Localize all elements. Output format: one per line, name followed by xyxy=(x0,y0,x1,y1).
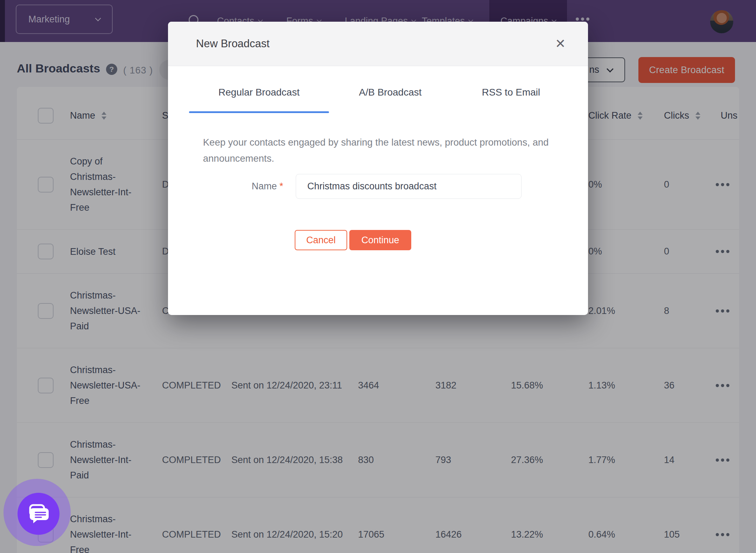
tab-label: RSS to Email xyxy=(482,83,540,102)
tab-label: A/B Broadcast xyxy=(359,83,422,102)
broadcast-type-tabs: Regular Broadcast A/B Broadcast RSS to E… xyxy=(189,83,570,113)
chat-widget-button[interactable] xyxy=(18,493,59,535)
modal-description: Keep your contacts engaged by sharing th… xyxy=(203,134,553,167)
cancel-button[interactable]: Cancel xyxy=(295,230,347,250)
close-icon[interactable]: ✕ xyxy=(551,34,570,53)
chat-bubbles-icon xyxy=(27,503,50,524)
required-asterisk: * xyxy=(279,181,283,191)
tab-regular-broadcast[interactable]: Regular Broadcast xyxy=(189,83,329,113)
modal-actions: Cancel Continue xyxy=(295,230,411,250)
active-tab-underline xyxy=(189,111,329,113)
name-field-row: Name * xyxy=(180,174,522,199)
tab-rss-to-email[interactable]: RSS to Email xyxy=(451,83,570,113)
name-field-label: Name * xyxy=(180,181,283,192)
tab-ab-broadcast[interactable]: A/B Broadcast xyxy=(329,83,451,113)
modal-header: New Broadcast ✕ xyxy=(168,22,588,66)
broadcast-name-input[interactable] xyxy=(296,174,522,199)
tab-label: Regular Broadcast xyxy=(218,83,300,102)
continue-button[interactable]: Continue xyxy=(349,230,411,250)
new-broadcast-modal: New Broadcast ✕ Regular Broadcast A/B Br… xyxy=(168,22,588,315)
modal-title: New Broadcast xyxy=(196,37,270,50)
